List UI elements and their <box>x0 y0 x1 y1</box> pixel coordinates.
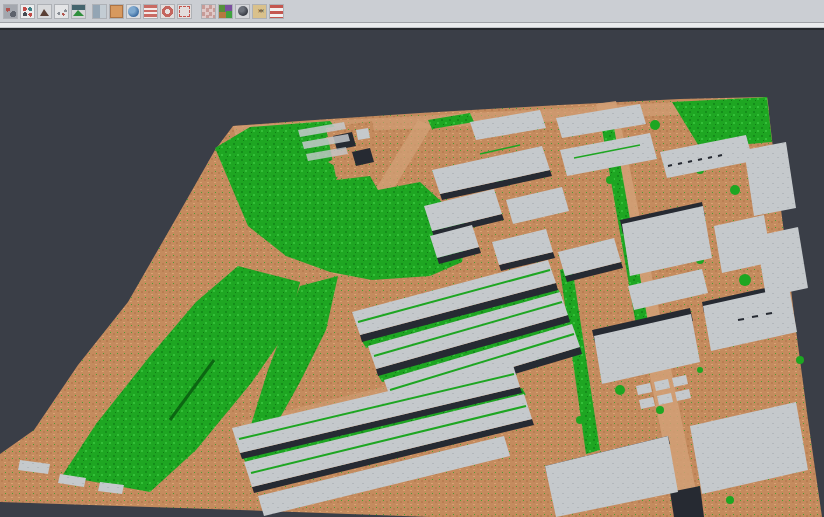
layers-list-icon[interactable] <box>144 5 157 18</box>
ground-points-icon[interactable] <box>55 5 68 18</box>
globe-icon[interactable] <box>127 5 140 18</box>
camera-sphere-icon[interactable] <box>236 5 249 18</box>
orange-tile-icon[interactable] <box>110 5 123 18</box>
orthophoto-icon[interactable] <box>93 5 106 18</box>
classify-points-icon[interactable] <box>21 5 34 18</box>
selection-brackets-icon[interactable] <box>178 5 191 18</box>
classification-colors-icon[interactable] <box>219 5 232 18</box>
markers-icon[interactable] <box>253 5 266 18</box>
3d-scene[interactable] <box>0 30 824 517</box>
profile-stripes-icon[interactable] <box>270 5 283 18</box>
toolbar-splitter[interactable] <box>0 22 824 30</box>
toolbar <box>0 0 824 22</box>
transparency-checker-icon[interactable] <box>202 5 215 18</box>
3d-viewport[interactable] <box>0 30 824 517</box>
terrain-mountain-icon[interactable] <box>38 5 51 18</box>
texture-swatch-icon[interactable] <box>4 5 17 18</box>
dem-surface-icon[interactable] <box>72 5 85 18</box>
app-window <box>0 0 824 517</box>
target-ring-icon[interactable] <box>161 5 174 18</box>
